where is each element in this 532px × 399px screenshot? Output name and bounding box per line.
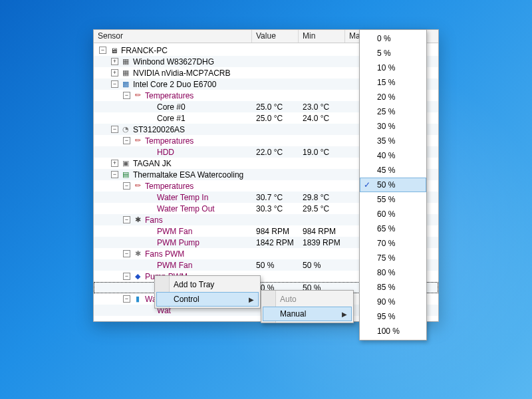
spacer bbox=[145, 148, 154, 157]
node-label: Fans bbox=[145, 215, 163, 225]
column-value[interactable]: Value bbox=[252, 30, 299, 43]
tree-connector bbox=[135, 194, 142, 201]
expand-icon[interactable]: + bbox=[111, 58, 118, 65]
spacer bbox=[145, 238, 154, 247]
expand-icon[interactable]: + bbox=[111, 160, 118, 167]
value-cell: 25.0 °C bbox=[252, 102, 299, 112]
collapse-icon[interactable]: − bbox=[111, 126, 118, 133]
node-label: Temperatures bbox=[145, 136, 194, 146]
value-cell: 1842 RPM bbox=[252, 238, 299, 247]
context-menu: Add to Tray Control ▶ bbox=[154, 275, 261, 309]
percent-label: 45 % bbox=[377, 166, 395, 175]
percent-option[interactable]: 45 % bbox=[360, 163, 426, 178]
node-label: TAGAN JK bbox=[133, 159, 172, 168]
percent-label: 60 % bbox=[377, 209, 395, 219]
value-cell: 30.3 °C bbox=[252, 204, 299, 213]
collapse-icon[interactable]: − bbox=[111, 171, 118, 178]
spacer bbox=[145, 306, 154, 315]
node-label: Core #0 bbox=[157, 102, 186, 112]
percent-option[interactable]: 90 % bbox=[360, 295, 426, 309]
node-label: Water Temp Out bbox=[157, 204, 215, 213]
min-cell: 1839 RPM bbox=[299, 238, 345, 247]
chip-icon bbox=[121, 68, 130, 78]
chip-icon bbox=[121, 57, 130, 66]
column-min[interactable]: Min bbox=[299, 30, 345, 43]
expand-icon[interactable]: + bbox=[111, 69, 118, 76]
collapse-icon[interactable]: − bbox=[123, 182, 130, 190]
percent-option[interactable]: 100 % bbox=[360, 324, 426, 338]
spacer bbox=[145, 114, 154, 123]
collapse-icon[interactable]: − bbox=[123, 216, 130, 223]
thermo-icon bbox=[133, 182, 142, 191]
fanpwm-icon bbox=[133, 249, 142, 259]
desktop-background: Sensor Value Min Max −FRANCK-PC+Winbond … bbox=[0, 0, 532, 399]
box-icon bbox=[121, 159, 130, 168]
percent-label: 40 % bbox=[377, 151, 395, 160]
percent-option[interactable]: 75 % bbox=[360, 251, 426, 265]
min-cell: 23.0 °C bbox=[299, 102, 345, 112]
percent-option[interactable]: 65 % bbox=[360, 221, 426, 236]
collapse-icon[interactable]: − bbox=[99, 47, 106, 54]
percent-label: 100 % bbox=[377, 327, 400, 336]
spacer bbox=[145, 204, 154, 213]
percent-label: 75 % bbox=[377, 253, 395, 263]
collapse-icon[interactable]: − bbox=[123, 295, 130, 303]
menu-add-to-tray[interactable]: Add to Tray bbox=[156, 277, 259, 292]
percent-option[interactable]: 70 % bbox=[360, 236, 426, 251]
percent-option[interactable]: 30 % bbox=[360, 119, 426, 134]
percent-option[interactable]: 35 % bbox=[360, 134, 426, 148]
collapse-icon[interactable]: − bbox=[123, 250, 130, 257]
menu-control[interactable]: Control ▶ bbox=[156, 292, 259, 307]
collapse-icon[interactable]: − bbox=[123, 92, 130, 99]
node-label: PWM Fan bbox=[157, 227, 192, 236]
collapse-icon[interactable]: − bbox=[123, 273, 130, 280]
value-cell: 30.7 °C bbox=[252, 193, 299, 202]
percent-option[interactable]: 15 % bbox=[360, 75, 426, 90]
percent-option[interactable]: 80 % bbox=[360, 265, 426, 280]
thermo-icon bbox=[133, 91, 142, 100]
node-label: Water Temp In bbox=[157, 193, 208, 202]
collapse-icon[interactable]: − bbox=[111, 80, 118, 88]
percent-label: 30 % bbox=[377, 122, 395, 131]
percent-option[interactable]: 20 % bbox=[360, 90, 426, 104]
control-submenu: Auto Manual ▶ bbox=[261, 290, 354, 323]
percent-option[interactable]: 10 % bbox=[360, 61, 426, 75]
column-sensor[interactable]: Sensor bbox=[94, 30, 252, 43]
cpu-icon bbox=[121, 80, 130, 89]
value-cell: 984 RPM bbox=[252, 227, 299, 236]
percent-option[interactable]: 25 % bbox=[360, 104, 426, 119]
menu-item-label: Add to Tray bbox=[174, 280, 214, 289]
percent-label: 20 % bbox=[377, 92, 395, 102]
percent-option[interactable]: 85 % bbox=[360, 280, 426, 295]
percent-option[interactable]: 95 % bbox=[360, 309, 426, 324]
menu-auto[interactable]: Auto bbox=[263, 292, 352, 307]
percent-option[interactable]: ✓50 % bbox=[360, 178, 426, 192]
percent-label: 10 % bbox=[377, 63, 395, 72]
fan-icon bbox=[133, 215, 142, 225]
percent-option[interactable]: 0 % bbox=[360, 31, 426, 46]
percent-label: 25 % bbox=[377, 107, 395, 116]
percent-label: 85 % bbox=[377, 283, 395, 292]
menu-manual[interactable]: Manual ▶ bbox=[263, 307, 352, 321]
percent-option[interactable]: 55 % bbox=[360, 192, 426, 207]
min-cell: 29.8 °C bbox=[299, 193, 345, 202]
spacer bbox=[145, 261, 154, 270]
percent-label: 95 % bbox=[377, 312, 395, 321]
percent-label: 35 % bbox=[377, 136, 395, 146]
spacer bbox=[145, 193, 154, 202]
percent-option[interactable]: 5 % bbox=[360, 46, 426, 61]
percent-option[interactable]: 40 % bbox=[360, 148, 426, 163]
spacer bbox=[145, 227, 154, 236]
node-label: PWM Fan bbox=[157, 261, 192, 270]
value-cell: 50 % bbox=[252, 261, 299, 270]
percent-option[interactable]: 60 % bbox=[360, 207, 426, 221]
node-label: Intel Core 2 Duo E6700 bbox=[133, 80, 216, 89]
check-icon: ✓ bbox=[364, 180, 370, 190]
menu-item-label: Control bbox=[174, 295, 200, 304]
node-label: ST3120026AS bbox=[133, 125, 185, 134]
tree-connector bbox=[135, 307, 142, 314]
tree-connector bbox=[135, 284, 142, 291]
value-cell: 25.0 °C bbox=[252, 114, 299, 123]
collapse-icon[interactable]: − bbox=[123, 137, 130, 144]
water-icon bbox=[121, 170, 130, 180]
